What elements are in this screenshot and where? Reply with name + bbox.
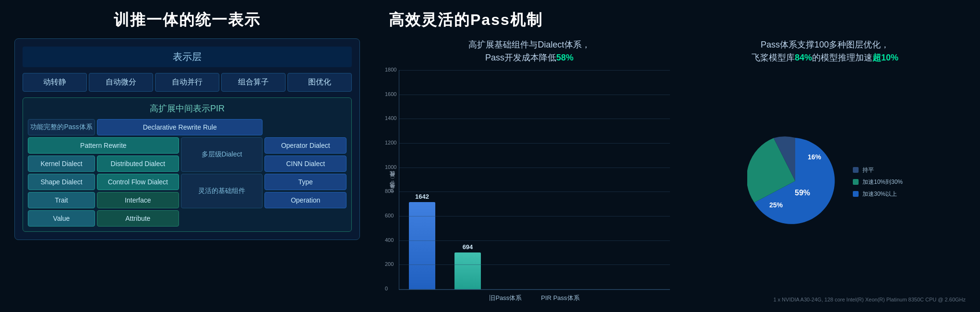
diagram-header: 表示层	[23, 47, 352, 67]
tab-dongjing[interactable]: 动转静	[23, 73, 87, 92]
cell-declarative: Declarative Rewrite Rule	[97, 119, 263, 135]
bar-1	[409, 202, 435, 289]
pie-area: 59% 25% 16% 持平 加速10%到30%	[684, 70, 966, 294]
grid-line-800: 800	[399, 192, 670, 192]
y-grid-lines: 1800 1600 1400 1200 1000 800 600 400 200…	[399, 70, 670, 289]
grid-line-1400: 1400	[399, 119, 670, 119]
cell-control-flow-dialect: Control Flow Dialect	[97, 174, 179, 190]
right-content: 高扩展基础组件与Dialect体系， Pass开发成本降低58% 平均迭代Pas…	[389, 38, 966, 302]
cell-interface: Interface	[97, 192, 179, 208]
legend-dot-30plus	[853, 191, 859, 197]
label-basic: 灵活的基础组件	[181, 174, 263, 208]
bar-chart: 1800 1600 1400 1200 1000 800 600 400 200…	[399, 70, 670, 302]
bar-chart-inner: 1800 1600 1400 1200 1000 800 600 400 200…	[399, 70, 670, 290]
left-panel: 训推一体的统一表示 表示层 动转静 自动微分 自动并行 组合算子 图优化 高扩展…	[0, 0, 374, 312]
legend-label-30plus: 加速30%以上	[862, 190, 897, 198]
right-panel: 高效灵活的Pass机制 高扩展基础组件与Dialect体系， Pass开发成本降…	[374, 0, 980, 312]
cell-attribute: Attribute	[97, 210, 179, 227]
grid-line-600: 600	[399, 216, 670, 216]
left-title: 训推一体的统一表示	[114, 10, 261, 31]
pie-label-59: 59%	[795, 189, 810, 197]
grid-line-1000: 1000	[399, 168, 670, 168]
bar-chart-area: 平均迭代Pass开发代价（行） 1800 1600 1400 1200 1000…	[389, 70, 670, 302]
bar-subtitle: 高扩展基础组件与Dialect体系， Pass开发成本降低58%	[389, 38, 670, 64]
pie-subtitle: Pass体系支撑100多种图层优化， 飞桨模型库84%的模型推理加速超10%	[684, 38, 966, 64]
bar-highlight: 58%	[556, 53, 574, 62]
pie-svg: 59% 25% 16%	[747, 133, 843, 229]
legend-dot-10to30	[853, 179, 859, 185]
bar-2	[454, 252, 481, 289]
tab-autoweifen[interactable]: 自动微分	[89, 73, 153, 92]
bar-group-2: 694	[454, 243, 481, 289]
pir-header: 高扩展中间表示PIR	[28, 103, 347, 114]
pie-label-16: 16%	[808, 153, 822, 161]
bar-subtitle-line2: Pass开发成本降低	[485, 53, 556, 62]
cell-shape-dialect: Shape Dialect	[28, 174, 95, 190]
pie-svg-wrap: 59% 25% 16%	[747, 133, 843, 231]
pie-subtitle-line2: 飞桨模型库	[752, 53, 795, 62]
label-pass: 功能完整的Pass体系	[28, 119, 95, 135]
legend-item-pingping: 持平	[853, 166, 903, 174]
cell-value: Value	[28, 210, 95, 227]
cell-operator-dialect: Operator Dialect	[264, 137, 347, 154]
x-labels: 旧Pass体系 PIR Pass体系	[399, 290, 670, 302]
cell-cinn-dialect: CINN Dialect	[264, 156, 347, 172]
grid-line-1600: 1600	[399, 95, 670, 95]
label-dialect: 多层级Dialect	[181, 137, 263, 172]
bar-chart-section: 高扩展基础组件与Dialect体系， Pass开发成本降低58% 平均迭代Pas…	[389, 38, 670, 302]
grid-line-0: 0	[399, 289, 670, 289]
cell-kernel-dialect: Kernel Dialect	[28, 156, 95, 172]
tab-combine[interactable]: 组合算子	[221, 73, 286, 92]
cell-trait: Trait	[28, 192, 95, 208]
pie-label-25: 25%	[769, 201, 783, 209]
grid-line-400: 400	[399, 240, 670, 241]
legend-item-30plus: 加速30%以上	[853, 190, 903, 198]
pie-legend: 持平 加速10%到30% 加速30%以上	[853, 166, 903, 198]
pie-subtitle-line1: Pass体系支撑100多种图层优化，	[761, 40, 889, 49]
legend-label-pingping: 持平	[862, 166, 874, 174]
x-label-1: 旧Pass体系	[489, 294, 522, 302]
pie-subtitle-mid: 的模型推理加速	[812, 53, 872, 62]
right-title: 高效灵活的Pass机制	[389, 10, 966, 31]
tab-row: 动转静 自动微分 自动并行 组合算子 图优化	[23, 73, 352, 92]
footnote: 1 x NVIDIA A30-24G, 128 core Intel(R) Xe…	[684, 297, 966, 302]
tab-graphopt[interactable]: 图优化	[287, 73, 352, 92]
pir-section: 高扩展中间表示PIR 功能完整的Pass体系 Declarative Rewri…	[23, 97, 352, 232]
bar-value-1: 1642	[415, 193, 429, 200]
bar-group-1: 1642	[409, 193, 435, 289]
cell-distributed-dialect: Distributed Dialect	[97, 156, 179, 172]
y-axis-label: 平均迭代Pass开发代价（行）	[389, 180, 396, 192]
pie-highlight1: 84%	[795, 53, 812, 62]
tab-autoparallel[interactable]: 自动并行	[155, 73, 219, 92]
pie-chart-section: Pass体系支撑100多种图层优化， 飞桨模型库84%的模型推理加速超10%	[684, 38, 966, 302]
legend-label-10to30: 加速10%到30%	[862, 178, 903, 186]
cell-type: Type	[264, 174, 347, 190]
pie-highlight2: 超10%	[872, 53, 898, 62]
x-label-2: PIR Pass体系	[541, 294, 579, 302]
legend-dot-pingping	[853, 167, 859, 173]
legend-item-10to30: 加速10%到30%	[853, 178, 903, 186]
bar-subtitle-line1: 高扩展基础组件与Dialect体系，	[468, 40, 590, 49]
cell-operation: Operation	[264, 192, 347, 208]
cell-pattern-rewrite: Pattern Rewrite	[28, 137, 179, 154]
diagram-container: 表示层 动转静 自动微分 自动并行 组合算子 图优化 高扩展中间表示PIR 功能…	[14, 38, 360, 240]
grid-line-200: 200	[399, 264, 670, 265]
bar-value-2: 694	[463, 243, 473, 251]
pir-grid: 功能完整的Pass体系 Declarative Rewrite Rule Pat…	[28, 119, 347, 227]
grid-line-1200: 1200	[399, 143, 670, 144]
grid-line-1800: 1800	[399, 70, 670, 71]
